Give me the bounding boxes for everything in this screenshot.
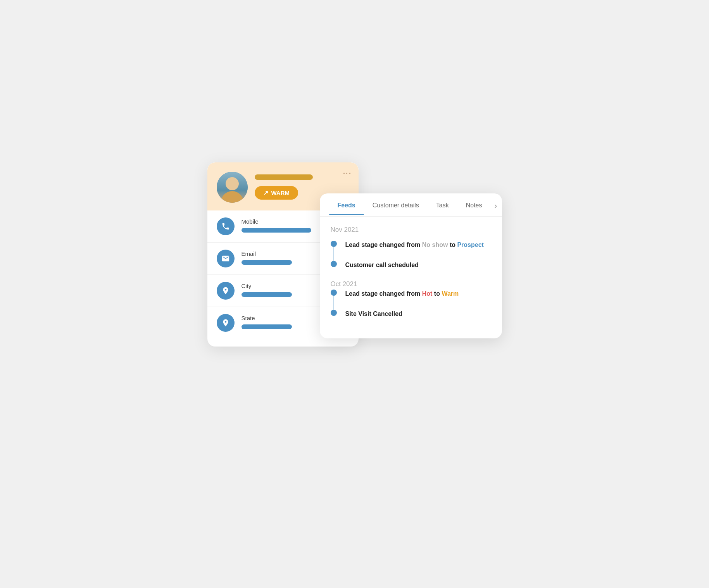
feed-text-3-to: Warm — [442, 290, 459, 297]
tabs-row: Feeds Customer details Task Notes › — [320, 193, 502, 217]
scene: ↗ WARM ⋮ Mobile — [207, 162, 502, 426]
feed-text-4-main: Site Visit Cancelled — [345, 310, 402, 317]
warm-label: WARM — [271, 190, 290, 196]
tab-notes[interactable]: Notes — [457, 194, 491, 215]
dot-col-4 — [331, 310, 337, 316]
email-icon-wrap — [217, 250, 235, 267]
feed-text-3-from: Hot — [422, 290, 433, 297]
tab-customer-details[interactable]: Customer details — [364, 194, 428, 215]
month-oct-2021: Oct 2021 — [331, 280, 491, 288]
feeds-content: Nov 2021 Lead stage changed from No show… — [320, 217, 502, 339]
email-value — [242, 260, 292, 265]
dot-col-2 — [331, 261, 337, 267]
state-value — [242, 324, 292, 329]
trending-up-icon: ↗ — [263, 189, 268, 197]
tabs-chevron[interactable]: › — [491, 193, 497, 216]
search-pin-icon — [221, 286, 230, 295]
dot-col-3 — [331, 290, 337, 310]
right-card: Feeds Customer details Task Notes › Nov … — [320, 193, 502, 339]
state-icon-wrap — [217, 314, 235, 332]
feed-text-4: Site Visit Cancelled — [345, 310, 402, 329]
timeline-line-3 — [333, 296, 334, 310]
tab-task[interactable]: Task — [428, 194, 457, 215]
feed-item-3: Lead stage changed from Hot to Warm — [331, 290, 491, 310]
feed-text-1: Lead stage changed from No show to Prosp… — [345, 241, 484, 260]
feed-item-4: Site Visit Cancelled — [331, 310, 491, 329]
city-icon-wrap — [217, 282, 235, 300]
feed-text-1-part2: to — [448, 241, 457, 248]
feed-item-2: Customer call scheduled — [331, 261, 491, 280]
dot-col-1 — [331, 241, 337, 261]
feed-text-2: Customer call scheduled — [345, 261, 419, 280]
timeline-dot-3 — [331, 290, 337, 296]
feed-text-1-to: Prospect — [457, 241, 483, 248]
timeline-dot-1 — [331, 241, 337, 247]
warm-badge: ↗ WARM — [255, 186, 298, 200]
timeline-dot-2 — [331, 261, 337, 267]
timeline-nov: Lead stage changed from No show to Prosp… — [331, 241, 491, 280]
timeline-dot-4 — [331, 310, 337, 316]
city-value — [242, 292, 292, 297]
more-options-button[interactable]: ⋮ — [342, 169, 352, 178]
feed-text-1-from: No show — [422, 241, 448, 248]
month-nov-2021: Nov 2021 — [331, 226, 491, 234]
email-icon — [221, 254, 230, 263]
feed-text-3-part1: Lead stage changed from — [345, 290, 422, 297]
mobile-value — [242, 228, 311, 233]
phone-icon — [221, 222, 230, 231]
feed-text-1-part1: Lead stage changed from — [345, 241, 422, 248]
timeline-line-1 — [333, 247, 334, 261]
phone-icon-wrap — [217, 217, 235, 235]
avatar — [217, 172, 248, 203]
feed-item-1: Lead stage changed from No show to Prosp… — [331, 241, 491, 261]
feed-text-2-main: Customer call scheduled — [345, 262, 419, 268]
name-bar — [255, 174, 313, 180]
timeline-oct: Lead stage changed from Hot to Warm Site… — [331, 290, 491, 329]
location-pin-icon — [221, 319, 230, 327]
feed-text-3-part2: to — [432, 290, 442, 297]
feed-text-3: Lead stage changed from Hot to Warm — [345, 290, 459, 309]
tab-feeds[interactable]: Feeds — [329, 194, 364, 215]
